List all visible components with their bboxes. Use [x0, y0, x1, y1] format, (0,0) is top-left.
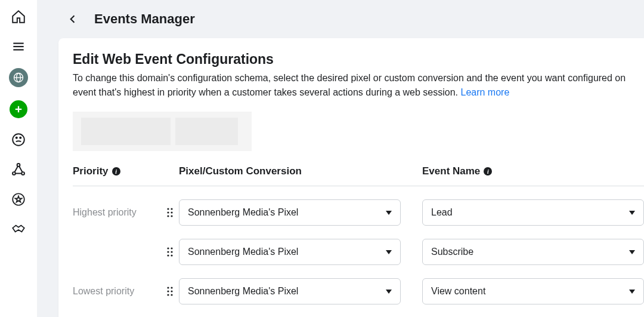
svg-point-27: [171, 251, 172, 253]
event-select-value: View content: [431, 286, 485, 297]
svg-point-34: [167, 294, 169, 296]
content-card: Edit Web Event Configurations To change …: [58, 38, 644, 317]
globe-icon[interactable]: [9, 68, 28, 87]
svg-point-28: [167, 254, 169, 256]
caret-down-icon: [386, 211, 392, 215]
learn-more-link[interactable]: Learn more: [461, 87, 510, 97]
pixel-select-value: Sonnenberg Media's Pixel: [188, 286, 298, 297]
page-title: Edit Web Event Configurations: [73, 51, 644, 67]
info-icon[interactable]: i: [484, 167, 492, 176]
graph-icon[interactable]: [10, 161, 27, 178]
svg-point-31: [171, 287, 172, 288]
priority-label: Lowest priority: [73, 286, 161, 297]
add-icon[interactable]: [10, 100, 27, 118]
drag-handle-icon[interactable]: [161, 207, 179, 218]
back-chevron-icon[interactable]: [67, 13, 79, 25]
svg-point-11: [17, 164, 20, 167]
pixel-select-value: Sonnenberg Media's Pixel: [188, 207, 298, 218]
menu-icon[interactable]: [10, 38, 27, 55]
event-select[interactable]: Lead: [422, 199, 644, 226]
svg-point-18: [167, 208, 169, 210]
domain-thumbnail: [73, 112, 252, 151]
left-nav-rail: [0, 0, 37, 317]
drag-handle-icon[interactable]: [161, 285, 179, 297]
svg-point-33: [171, 290, 172, 292]
main-area: Events Manager Edit Web Event Configurat…: [37, 0, 644, 317]
svg-line-15: [19, 167, 22, 173]
header-bar: Events Manager: [37, 0, 644, 38]
svg-point-32: [167, 290, 169, 292]
svg-line-14: [15, 167, 18, 173]
event-select[interactable]: View content: [422, 278, 644, 304]
svg-point-10: [20, 137, 21, 139]
page-description-text: To change this domain's configuration sc…: [73, 73, 626, 97]
caret-down-icon: [629, 290, 635, 294]
pixel-select[interactable]: Sonnenberg Media's Pixel: [179, 199, 401, 226]
star-icon[interactable]: [10, 191, 27, 208]
drag-handle-icon[interactable]: [161, 246, 179, 258]
event-select[interactable]: Subscribe: [422, 239, 644, 265]
svg-point-25: [171, 247, 172, 249]
caret-down-icon: [629, 211, 635, 215]
caret-down-icon: [386, 250, 392, 254]
caret-down-icon: [629, 250, 635, 254]
svg-point-13: [21, 172, 24, 175]
svg-point-8: [13, 134, 24, 146]
caret-down-icon: [386, 290, 392, 294]
svg-point-21: [171, 211, 172, 213]
column-priority-label: Priority: [73, 165, 109, 177]
svg-point-20: [167, 211, 169, 213]
handshake-icon[interactable]: [10, 221, 27, 238]
pixel-select[interactable]: Sonnenberg Media's Pixel: [179, 239, 401, 265]
event-select-value: Subscribe: [431, 247, 473, 257]
redacted-block: [81, 118, 171, 145]
column-pixel-label: Pixel/Custom Conversion: [179, 165, 302, 177]
info-icon[interactable]: i: [112, 167, 120, 176]
event-select-value: Lead: [431, 207, 453, 218]
column-event-label: Event Name: [422, 165, 480, 177]
svg-point-35: [171, 294, 172, 296]
gauge-icon[interactable]: [10, 131, 27, 148]
svg-point-22: [167, 215, 169, 217]
redacted-block: [175, 118, 238, 145]
svg-point-9: [16, 137, 17, 139]
svg-point-26: [167, 251, 169, 253]
columns-header: Priority i Pixel/Custom Conversion Event…: [73, 165, 644, 186]
pixel-select[interactable]: Sonnenberg Media's Pixel: [179, 278, 401, 304]
header-title: Events Manager: [94, 11, 195, 27]
svg-point-12: [13, 172, 16, 175]
priority-label: Highest priority: [73, 207, 161, 218]
svg-point-29: [171, 254, 172, 256]
pixel-select-value: Sonnenberg Media's Pixel: [188, 247, 298, 257]
table-row: Lowest priority Sonnenberg Media's Pixel…: [73, 278, 644, 304]
svg-point-24: [167, 247, 169, 249]
table-row: Sonnenberg Media's Pixel Subscribe: [73, 239, 644, 265]
page-description: To change this domain's configuration sc…: [73, 71, 644, 100]
home-icon[interactable]: [10, 8, 27, 25]
svg-point-23: [171, 215, 172, 217]
svg-point-19: [171, 208, 172, 210]
svg-point-30: [167, 287, 169, 288]
table-row: Highest priority Sonnenberg Media's Pixe…: [73, 199, 644, 226]
